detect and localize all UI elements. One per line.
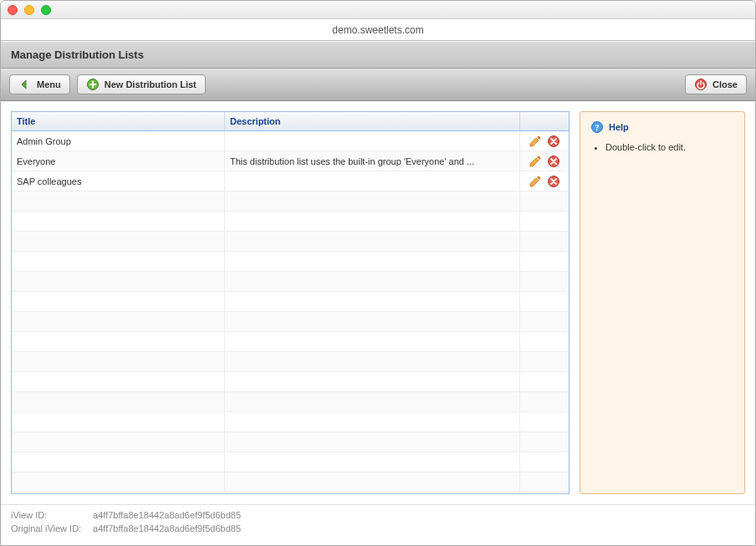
cell-description (225, 332, 520, 351)
cell-description (225, 171, 520, 191)
cell-actions (520, 392, 569, 411)
cell-title (12, 312, 225, 331)
new-button-label: New Distribution List (105, 79, 197, 89)
minimize-window-icon[interactable] (24, 5, 34, 15)
help-panel: ? Help Double-click to edit. (580, 111, 745, 494)
cell-title (12, 432, 225, 452)
help-item: Double-click to edit. (605, 142, 734, 152)
help-icon: ? (590, 120, 604, 134)
cell-description (225, 312, 520, 331)
cell-description (225, 392, 520, 411)
grid-header: Title Description (12, 112, 569, 131)
pencil-icon[interactable] (529, 135, 542, 148)
cell-title (12, 191, 225, 211)
help-title: ? Help (590, 120, 734, 134)
table-row (12, 412, 569, 432)
table-row (12, 212, 569, 232)
cell-title (12, 412, 225, 431)
close-button[interactable]: Close (685, 74, 747, 94)
table-row[interactable]: Admin Group (12, 131, 569, 151)
delete-icon[interactable] (547, 135, 560, 148)
cell-actions (520, 252, 569, 271)
cell-description (225, 272, 520, 291)
delete-icon[interactable] (547, 175, 560, 188)
cell-actions (520, 232, 569, 251)
table-row[interactable]: EveryoneThis distribution list uses the … (12, 151, 569, 171)
help-title-text: Help (609, 122, 629, 132)
cell-title (12, 452, 225, 472)
cell-description (225, 212, 520, 231)
cell-description (225, 191, 520, 211)
cell-title (12, 392, 225, 411)
original-iview-id-label: Original iView ID: (11, 523, 90, 533)
cell-description (225, 232, 520, 251)
cell-title (12, 472, 225, 492)
table-row (12, 252, 569, 272)
cell-title (12, 232, 225, 251)
cell-description (225, 131, 520, 151)
cell-actions (520, 312, 569, 331)
table-row (12, 232, 569, 252)
cell-title (12, 372, 225, 391)
pencil-icon[interactable] (529, 175, 542, 188)
cell-actions (520, 272, 569, 291)
original-iview-id-value: a4ff7bffa8e18442a8ad6ef9f5d6bd85 (93, 523, 241, 533)
cell-description (225, 252, 520, 271)
cell-actions (520, 292, 569, 311)
menu-button[interactable]: Menu (9, 74, 70, 94)
table-row (12, 312, 569, 332)
address-bar[interactable]: demo.sweetlets.com (1, 19, 755, 41)
cell-description (225, 352, 520, 371)
cell-description (225, 292, 520, 311)
column-title[interactable]: Title (12, 112, 225, 130)
titlebar (1, 1, 755, 19)
page-title-text: Manage Distribution Lists (11, 48, 144, 61)
table-row (12, 272, 569, 292)
table-row (12, 372, 569, 392)
cell-description (225, 412, 520, 431)
cell-title (12, 292, 225, 311)
cell-description (225, 472, 520, 492)
iview-id-value: a4ff7bffa8e18442a8ad6ef9f5d6bd85 (93, 510, 241, 520)
new-distribution-list-button[interactable]: New Distribution List (77, 74, 206, 94)
cell-title (12, 332, 225, 351)
cell-title (12, 252, 225, 271)
cell-actions (520, 332, 569, 351)
window-controls (8, 5, 51, 15)
cell-actions (520, 212, 569, 231)
column-actions (520, 112, 569, 130)
close-window-icon[interactable] (8, 5, 18, 15)
cell-actions (520, 131, 569, 151)
table-row (12, 472, 569, 492)
toolbar: Menu New Distribution List Close (1, 69, 755, 101)
delete-icon[interactable] (547, 155, 560, 168)
cell-actions (520, 412, 569, 431)
table-row[interactable]: SAP colleagues (12, 171, 569, 191)
content-area: Title Description Admin GroupEveryoneThi… (1, 101, 755, 504)
cell-actions (520, 191, 569, 211)
cell-actions (520, 372, 569, 391)
cell-description (225, 452, 520, 472)
iview-id-label: iView ID: (11, 510, 90, 520)
cell-actions (520, 452, 569, 472)
pencil-icon[interactable] (529, 155, 542, 168)
cell-title (12, 272, 225, 291)
table-row (12, 452, 569, 472)
table-row (12, 191, 569, 212)
cell-actions (520, 432, 569, 452)
cell-actions (520, 151, 569, 171)
cell-title (12, 352, 225, 371)
table-row (12, 332, 569, 352)
zoom-window-icon[interactable] (41, 5, 51, 15)
page-title: Manage Distribution Lists (1, 41, 755, 69)
cell-title: Everyone (12, 151, 225, 171)
cell-actions (520, 352, 569, 371)
column-description[interactable]: Description (225, 112, 520, 130)
grid-body: Admin GroupEveryoneThis distribution lis… (12, 131, 569, 493)
table-row (12, 292, 569, 312)
cell-actions (520, 472, 569, 492)
distribution-list-grid: Title Description Admin GroupEveryoneThi… (11, 111, 570, 494)
url-text: demo.sweetlets.com (332, 24, 423, 36)
cell-title (12, 212, 225, 231)
help-list: Double-click to edit. (590, 142, 734, 152)
